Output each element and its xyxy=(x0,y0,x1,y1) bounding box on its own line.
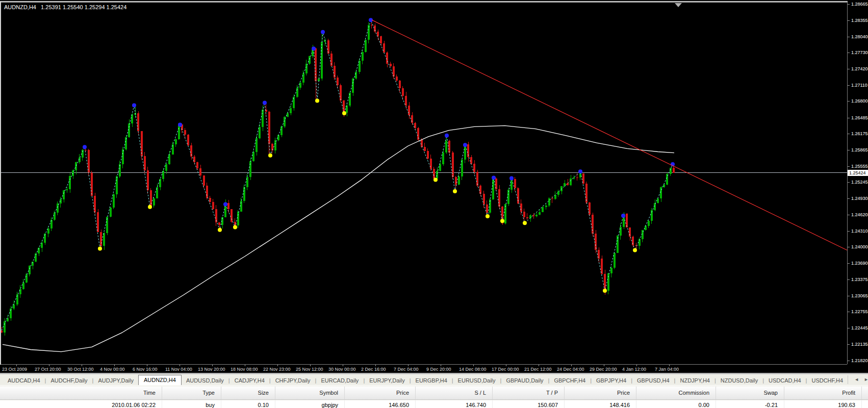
tab-nzdusd-daily[interactable]: NZDUSD,Daily xyxy=(716,376,762,385)
price-axis[interactable]: 1.25424 1.286651.283551.280401.277301.27… xyxy=(848,1,868,373)
candlestick-chart[interactable] xyxy=(0,0,848,365)
price-axis-label: 1.28355 xyxy=(851,18,868,23)
trendline[interactable] xyxy=(372,20,847,250)
time-tick xyxy=(408,365,409,366)
tab-eurcad-daily[interactable]: EURCAD,Daily xyxy=(316,376,363,385)
chart-top-border xyxy=(0,1,868,3)
time-tick xyxy=(473,365,474,366)
swing-low-dot xyxy=(268,154,272,158)
price-axis-label: 1.27420 xyxy=(851,66,868,71)
price-tick xyxy=(848,279,850,280)
order-cell-s-l: 146.740 xyxy=(416,400,493,408)
swing-low-dot xyxy=(218,228,222,232)
swing-low-dot xyxy=(148,205,152,209)
tab-audnzd-h4[interactable]: AUDNZD,H4 xyxy=(138,375,182,385)
swing-low-dot xyxy=(500,219,504,223)
price-axis-label: 1.22445 xyxy=(851,325,868,330)
zigzag-line xyxy=(2,20,673,330)
swing-low-dot xyxy=(315,98,319,103)
orders-header-s-l: S / L xyxy=(416,387,493,399)
time-tick xyxy=(669,365,670,366)
price-axis-label: 1.24930 xyxy=(851,196,868,201)
order-cell-swap: -0.21 xyxy=(716,400,784,408)
price-tick xyxy=(848,344,850,345)
tab-scroll-right-button[interactable]: ► xyxy=(864,377,868,382)
swing-low-dot xyxy=(633,248,637,252)
order-row[interactable]: 2010.01.06 02:22buy0.10gbpjpy146.650146.… xyxy=(0,400,868,408)
swing-high-dot xyxy=(312,46,316,50)
price-tick xyxy=(848,328,850,328)
tab-scroll-left-button[interactable]: ◄ xyxy=(854,377,859,382)
tab-cadjpy-h4[interactable]: CADJPY,H4 xyxy=(230,376,269,385)
time-axis-label: 14 Dec 08:00 xyxy=(459,367,487,372)
price-tick xyxy=(848,312,850,312)
orders-table-body: 2010.01.06 02:22buy0.10gbpjpy146.650146.… xyxy=(0,400,868,408)
swing-low-dot xyxy=(233,225,237,230)
tab-audusd-daily[interactable]: AUDUSD,Daily xyxy=(182,376,228,385)
chart-window[interactable]: AUDNZD,H4 1.25391 1.25540 1.25294 1.2542… xyxy=(0,0,868,374)
price-axis-label: 1.21820 xyxy=(851,358,868,363)
time-axis-label: 25 Nov 12:00 xyxy=(296,367,323,372)
swing-low-dot xyxy=(453,189,457,193)
time-tick xyxy=(343,365,343,366)
price-axis-label: 1.24310 xyxy=(851,228,868,234)
tab-usdchf-h4[interactable]: USDCHF,H4 xyxy=(807,376,848,385)
price-tick xyxy=(848,231,850,232)
chart-title: AUDNZD,H4 1.25391 1.25540 1.25294 1.2542… xyxy=(4,4,126,10)
time-tick xyxy=(180,365,180,366)
mt4-window: AUDNZD,H4 1.25391 1.25540 1.25294 1.2542… xyxy=(0,0,868,408)
tab-audjpy-daily[interactable]: AUDJPY,Daily xyxy=(93,376,138,385)
time-tick xyxy=(277,365,278,366)
tab-gbpchf-h4[interactable]: GBPCHF,H4 xyxy=(549,376,590,385)
orders-header-profit: Profit xyxy=(784,387,862,399)
time-axis-label: 2 Dec 16:00 xyxy=(361,367,386,372)
tab-gbpaud-daily[interactable]: GBPAUD,Daily xyxy=(501,376,548,385)
price-axis-label: 1.25865 xyxy=(851,147,868,152)
price-axis-label: 1.27730 xyxy=(851,50,868,55)
orders-header-swap: Swap xyxy=(716,387,784,399)
swing-high-dot xyxy=(132,104,136,108)
tab-nzdjpy-h4[interactable]: NZDJPY,H4 xyxy=(675,376,714,385)
tab-audchf-daily[interactable]: AUDCHF,Daily xyxy=(46,376,92,385)
time-axis-label: 13 Nov 20:00 xyxy=(198,367,225,372)
time-axis-label: 30 Oct 12:00 xyxy=(67,367,94,372)
time-axis-label: 21 Dec 12:00 xyxy=(524,367,552,372)
swing-low-dot xyxy=(523,221,527,225)
price-tick xyxy=(848,134,850,134)
tab-gbpjpy-h4[interactable]: GBPJPY,H4 xyxy=(592,376,631,385)
price-axis-label: 1.25555 xyxy=(851,164,868,169)
swing-high-dot xyxy=(321,30,325,34)
price-tick xyxy=(848,53,850,53)
tab-chfjpy-daily[interactable]: CHFJPY,Daily xyxy=(271,376,315,385)
orders-header-price: Price xyxy=(565,387,636,399)
price-axis-label: 1.26175 xyxy=(851,131,868,136)
time-tick xyxy=(245,365,245,366)
price-axis-label: 1.28665 xyxy=(851,2,868,7)
swing-low-dot xyxy=(603,289,607,293)
order-cell-type: buy xyxy=(162,400,221,408)
price-axis-label: 1.27110 xyxy=(851,83,867,88)
time-axis[interactable]: 23 Oct 200927 Oct 20:0030 Oct 12:004 Nov… xyxy=(0,365,848,373)
tab-eurusd-daily[interactable]: EURUSD,Daily xyxy=(453,376,500,385)
tab-gbpusd-h4[interactable]: GBPUSD,H4 xyxy=(632,376,674,385)
order-cell-price: 148.416 xyxy=(565,400,636,408)
chart-tab-bar: AUDCAD,H4|AUDCHF,Daily|AUDJPY,DailyAUDNZ… xyxy=(0,374,868,386)
time-tick xyxy=(375,365,376,366)
price-tick xyxy=(848,69,850,69)
price-tick xyxy=(848,20,850,21)
price-tick xyxy=(848,118,850,118)
tab-usdcad-h4[interactable]: USDCAD,H4 xyxy=(764,376,806,385)
time-tick xyxy=(441,365,441,366)
tab-eurgbp-h4[interactable]: EURGBP,H4 xyxy=(411,376,452,385)
price-tick xyxy=(848,101,850,101)
price-tick xyxy=(848,198,850,199)
time-axis-label: 7 Jan 04:00 xyxy=(655,367,679,372)
time-axis-label: 23 Oct 2009 xyxy=(2,367,27,372)
swing-high-dot xyxy=(492,176,496,180)
price-tick xyxy=(848,263,850,264)
chart-shift-marker[interactable] xyxy=(675,3,682,7)
tab-eurjpy-daily[interactable]: EURJPY,Daily xyxy=(365,376,410,385)
tab-audcad-h4[interactable]: AUDCAD,H4 xyxy=(3,376,45,385)
swing-high-dot xyxy=(445,134,449,138)
price-axis-label: 1.24620 xyxy=(851,212,868,217)
